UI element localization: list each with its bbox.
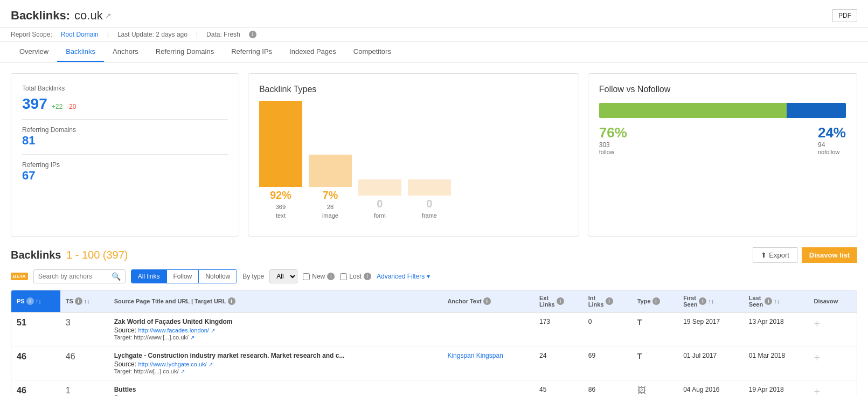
lost-filter[interactable]: Lost i [340, 273, 371, 280]
ext-links-cell: 45 [534, 380, 583, 397]
first-seen-cell: 01 Jul 2017 [678, 346, 744, 380]
backlink-types-title: Backlink Types [259, 85, 568, 94]
ts-info-icon[interactable]: i [75, 297, 82, 305]
table-row: 51 3 Zak World of Façades United Kingdom… [11, 312, 857, 346]
lost-checkbox[interactable] [340, 273, 347, 280]
bt-bar-form [358, 179, 401, 196]
int-links-cell: 86 [583, 380, 632, 397]
export-button[interactable]: ⬆ Export [753, 247, 797, 263]
int-links-cell: 69 [583, 346, 632, 380]
col-ts: TS i ↑↓ [60, 290, 109, 312]
disavow-plus-icon[interactable]: + [814, 386, 821, 396]
advanced-filters-button[interactable]: Advanced Filters ▾ [377, 273, 430, 280]
new-filter[interactable]: New i [303, 273, 335, 280]
anchor-info-icon[interactable]: i [483, 297, 491, 305]
source-link[interactable]: http://www.lychgate.co.uk/ [138, 361, 206, 367]
disavow-cell: + [809, 312, 857, 346]
source-link[interactable]: http://www.facades.london/ [138, 327, 209, 334]
ps-cell: 46 [11, 380, 60, 397]
new-checkbox[interactable] [303, 273, 310, 280]
filters-row: BETA 🔍 All links Follow Nofollow By type… [11, 269, 857, 283]
data-status-info-icon[interactable]: i [249, 31, 256, 38]
target-ext-icon: ↗ [190, 335, 195, 341]
backlinks-table: PS i ↑↓ TS i ↑↓ Source Page Title and UR… [11, 290, 857, 396]
type-select[interactable]: All [269, 269, 297, 283]
beta-badge: BETA [11, 273, 28, 280]
ps-info-icon[interactable]: i [26, 297, 34, 305]
ext-info-icon[interactable]: i [557, 297, 564, 305]
int-links-cell: 0 [583, 312, 632, 346]
follow-stats: 76% 303 follow 24% 94 nofollow [599, 124, 846, 155]
ts-cell: 3 [60, 312, 109, 346]
first-seen-info-icon[interactable]: i [699, 297, 706, 305]
data-status: Data: Fresh [206, 31, 240, 38]
report-scope-label: Report Scope: [11, 31, 52, 38]
last-seen-cell: 01 Mar 2018 [744, 346, 809, 380]
chevron-down-icon: ▾ [427, 273, 430, 280]
nofollow-stat: 24% 94 nofollow [818, 124, 846, 155]
backlink-types-card: Backlink Types 92% 369 text 7% 28 image … [248, 73, 579, 237]
type-cell: 🖼 [632, 380, 678, 397]
ts-cell: 46 [60, 346, 109, 380]
follow-nofollow-card: Follow vs Nofollow 76% 303 follow 24% 94… [588, 73, 857, 237]
total-backlinks-label: Total Backlinks [22, 85, 228, 92]
tab-backlinks[interactable]: Backlinks [57, 42, 104, 62]
tab-indexed-pages[interactable]: Indexed Pages [281, 42, 345, 62]
search-input[interactable] [38, 273, 108, 280]
last-seen-info-icon[interactable]: i [765, 297, 772, 305]
col-ext-links: ExtLinks i [534, 290, 583, 312]
bt-bar-frame [408, 179, 451, 196]
nofollow-bar-blue [787, 103, 846, 118]
tab-competitors[interactable]: Competitors [345, 42, 400, 62]
backlinks-header: Backlinks 1 - 100 (397) ⬆ Export Disavow… [11, 247, 857, 263]
tab-referring-domains[interactable]: Referring Domains [147, 42, 223, 62]
bt-bar-text [259, 101, 302, 187]
total-backlinks-value: 397 [22, 95, 47, 113]
tab-anchors[interactable]: Anchors [104, 42, 147, 62]
subheader: Report Scope: Root Domain | Last Update:… [0, 27, 868, 42]
source-cell: Zak World of Façades United Kingdom Sour… [109, 312, 442, 346]
col-type: Type i [632, 290, 678, 312]
anchor-cell: Kingspan Kingspan [442, 346, 534, 380]
ps-cell: 46 [11, 346, 60, 380]
external-link-icon[interactable]: ↗ [105, 11, 112, 20]
table-row: 46 1 Buttles Source: http://www.buttles.… [11, 380, 857, 397]
nav-tabs: Overview Backlinks Anchors Referring Dom… [0, 42, 868, 62]
link-type-filter: All links Follow Nofollow [131, 269, 237, 283]
source-info-icon[interactable]: i [228, 297, 235, 305]
disavow-plus-icon[interactable]: + [814, 318, 821, 330]
int-info-icon[interactable]: i [606, 297, 613, 305]
source-cell: Lychgate - Construction industry market … [109, 346, 442, 380]
lost-info-icon[interactable]: i [364, 273, 371, 280]
referring-domains-stat: Referring Domains 81 [22, 126, 228, 148]
pdf-button[interactable]: PDF [832, 9, 857, 22]
follow-bar [599, 103, 846, 118]
new-info-icon[interactable]: i [327, 273, 335, 280]
target-ext-icon: ↗ [180, 369, 185, 374]
follow-stat: 76% 303 follow [599, 124, 627, 155]
bt-text: 92% 369 text [259, 101, 302, 219]
disavow-plus-icon[interactable]: + [814, 352, 821, 364]
disavow-cell: + [809, 380, 857, 397]
follow-button[interactable]: Follow [167, 270, 199, 283]
tab-referring-ips[interactable]: Referring IPs [223, 42, 281, 62]
page-title: Backlinks: [11, 9, 70, 23]
nofollow-button[interactable]: Nofollow [199, 270, 237, 283]
disavow-button[interactable]: Disavow list [802, 247, 857, 263]
tab-overview[interactable]: Overview [11, 42, 57, 62]
type-cell: T [632, 346, 678, 380]
backlinks-title: Backlinks 1 - 100 (397) [11, 249, 128, 261]
type-info-icon[interactable]: i [652, 297, 660, 305]
col-int-links: IntLinks i [583, 290, 632, 312]
report-scope-link[interactable]: Root Domain [61, 31, 99, 38]
by-type-label: By type [242, 273, 264, 280]
source-ext-icon: ↗ [211, 328, 215, 334]
backlinks-section: Backlinks 1 - 100 (397) ⬆ Export Disavow… [0, 247, 868, 396]
col-first-seen: FirstSeen i ↑↓ [678, 290, 744, 312]
header-left: Backlinks: co.uk ↗ [11, 9, 112, 23]
ts-cell: 1 [60, 380, 109, 397]
stats-cards: Total Backlinks 397 +22 -20 Referring Do… [0, 62, 868, 247]
all-links-button[interactable]: All links [131, 270, 167, 283]
search-icon[interactable]: 🔍 [112, 272, 121, 281]
last-seen-cell: 13 Apr 2018 [744, 312, 809, 346]
